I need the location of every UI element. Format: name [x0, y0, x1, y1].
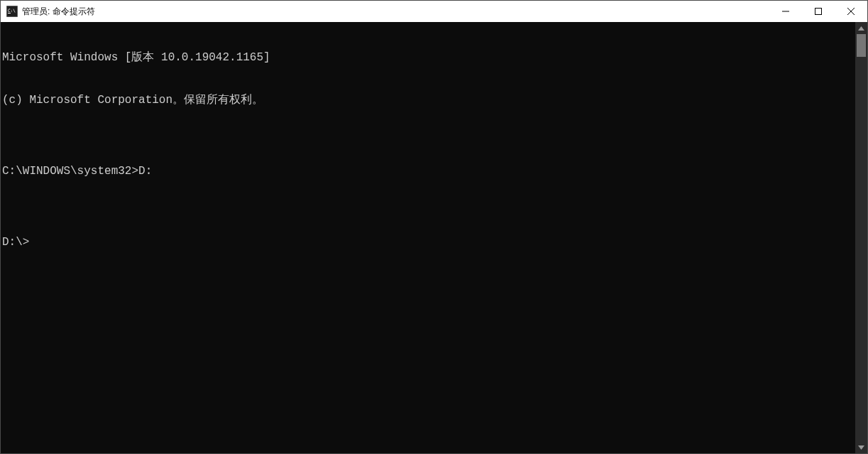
scroll-down-button[interactable]	[855, 441, 867, 453]
window-controls	[769, 1, 867, 22]
close-icon	[847, 8, 855, 15]
maximize-button[interactable]	[802, 1, 835, 22]
window-title: 管理员: 命令提示符	[22, 6, 95, 18]
terminal-output[interactable]: Microsoft Windows [版本 10.0.19042.1165] (…	[1, 22, 855, 453]
close-button[interactable]	[835, 1, 867, 22]
chevron-up-icon	[858, 26, 864, 31]
svg-text:C:\: C:\	[8, 8, 16, 13]
scrollbar-thumb[interactable]	[857, 34, 866, 57]
terminal-prompt: D:\>	[2, 235, 855, 249]
cmd-window: C:\ 管理员: 命令提示符	[0, 0, 868, 454]
maximize-icon	[815, 8, 822, 15]
scrollbar-track[interactable]	[855, 34, 867, 441]
terminal-line: (c) Microsoft Corporation。保留所有权利。	[2, 93, 855, 107]
svg-marker-8	[858, 445, 864, 450]
svg-rect-3	[782, 11, 789, 12]
terminal-line: C:\WINDOWS\system32>D:	[2, 164, 855, 178]
titlebar[interactable]: C:\ 管理员: 命令提示符	[1, 1, 867, 22]
minimize-button[interactable]	[769, 1, 802, 22]
svg-rect-4	[815, 9, 822, 15]
svg-rect-2	[8, 13, 11, 13]
chevron-down-icon	[858, 445, 864, 450]
scroll-up-button[interactable]	[855, 22, 867, 34]
svg-marker-7	[858, 26, 864, 31]
client-area: Microsoft Windows [版本 10.0.19042.1165] (…	[1, 22, 867, 453]
vertical-scrollbar[interactable]	[855, 22, 867, 453]
cmd-icon: C:\	[6, 6, 18, 17]
minimize-icon	[782, 8, 789, 15]
terminal-line: Microsoft Windows [版本 10.0.19042.1165]	[2, 50, 855, 65]
